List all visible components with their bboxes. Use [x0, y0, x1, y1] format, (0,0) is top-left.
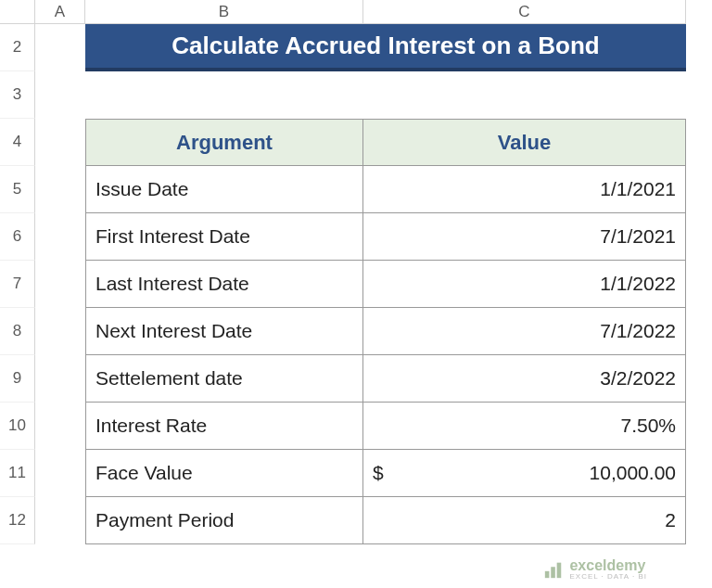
page-title[interactable]: Calculate Accrued Interest on a Bond — [85, 24, 686, 71]
logo-icon — [543, 559, 564, 580]
col-header-c[interactable]: C — [363, 0, 686, 24]
col-header-b[interactable]: B — [85, 0, 363, 24]
row-header-2[interactable]: 2 — [0, 24, 35, 71]
watermark-tag: EXCEL · DATA · BI — [569, 573, 647, 581]
table-row-arg[interactable]: Issue Date — [85, 166, 363, 213]
svg-rect-2 — [557, 563, 562, 579]
table-row-arg[interactable]: First Interest Date — [85, 213, 363, 261]
table-row-arg[interactable]: Payment Period — [85, 497, 363, 544]
row-header-9[interactable]: 9 — [0, 355, 35, 403]
cell-b3[interactable] — [85, 71, 363, 119]
cell-a8[interactable] — [35, 308, 85, 355]
row-header-7[interactable]: 7 — [0, 261, 35, 308]
cell-a10[interactable] — [35, 403, 85, 450]
row-header-4[interactable]: 4 — [0, 119, 35, 166]
watermark-name: exceldemy — [569, 558, 647, 573]
spreadsheet-grid: A B C 2 Calculate Accrued Interest on a … — [0, 0, 712, 544]
row-header-8[interactable]: 8 — [0, 308, 35, 355]
svg-rect-1 — [552, 567, 556, 578]
table-row-arg[interactable]: Interest Rate — [85, 403, 363, 450]
corner-cell — [0, 0, 35, 24]
table-row-val[interactable]: 7.50% — [363, 403, 686, 450]
row-header-10[interactable]: 10 — [0, 403, 35, 450]
cell-a5[interactable] — [35, 166, 85, 213]
cell-a9[interactable] — [35, 355, 85, 403]
row-header-3[interactable]: 3 — [0, 71, 35, 119]
table-row-val[interactable]: 7/1/2021 — [363, 213, 686, 261]
cell-c3[interactable] — [363, 71, 686, 119]
table-row-val[interactable]: 2 — [363, 497, 686, 544]
table-row-arg[interactable]: Next Interest Date — [85, 308, 363, 355]
table-row-val[interactable]: 1/1/2021 — [363, 166, 686, 213]
cell-a11[interactable] — [35, 450, 85, 497]
table-row-val[interactable]: 3/2/2022 — [363, 355, 686, 403]
table-row-val[interactable]: $ 10,000.00 — [363, 450, 686, 497]
cell-a6[interactable] — [35, 213, 85, 261]
th-argument[interactable]: Argument — [85, 119, 363, 166]
table-row-val[interactable]: 7/1/2022 — [363, 308, 686, 355]
currency-value: 10,000.00 — [590, 462, 676, 484]
cell-a7[interactable] — [35, 261, 85, 308]
cell-a3[interactable] — [35, 71, 85, 119]
table-row-arg[interactable]: Face Value — [85, 450, 363, 497]
cell-a12[interactable] — [35, 497, 85, 544]
row-header-6[interactable]: 6 — [0, 213, 35, 261]
cell-a4[interactable] — [35, 119, 85, 166]
svg-rect-0 — [545, 571, 550, 578]
table-row-arg[interactable]: Settelement date — [85, 355, 363, 403]
watermark: exceldemy EXCEL · DATA · BI — [543, 558, 647, 581]
currency-symbol: $ — [373, 462, 384, 484]
cell-a2[interactable] — [35, 24, 85, 71]
row-header-11[interactable]: 11 — [0, 450, 35, 497]
row-header-12[interactable]: 12 — [0, 497, 35, 544]
th-value[interactable]: Value — [363, 119, 686, 166]
col-header-a[interactable]: A — [35, 0, 85, 24]
data-table: Argument Value Issue Date 1/1/2021 First… — [85, 119, 686, 544]
table-row-arg[interactable]: Last Interest Date — [85, 261, 363, 308]
row-header-5[interactable]: 5 — [0, 166, 35, 213]
table-row-val[interactable]: 1/1/2022 — [363, 261, 686, 308]
